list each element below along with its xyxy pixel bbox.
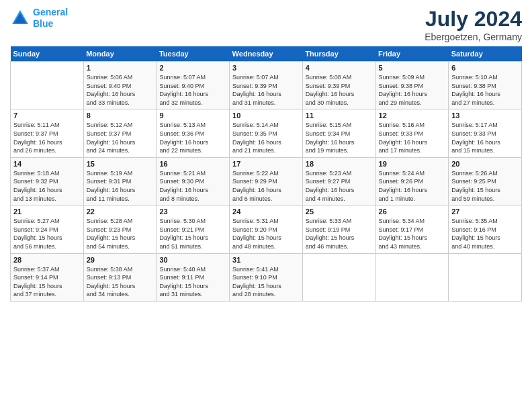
- day-info: Sunrise: 5:31 AMSunset: 9:20 PMDaylight:…: [232, 217, 300, 250]
- day-number: 7: [13, 111, 81, 120]
- day-info: Sunrise: 5:11 AMSunset: 9:37 PMDaylight:…: [13, 121, 81, 154]
- day-number: 9: [159, 111, 226, 120]
- day-header-thursday: Thursday: [302, 46, 375, 62]
- day-number: 13: [451, 111, 519, 120]
- day-info: Sunrise: 5:21 AMSunset: 9:30 PMDaylight:…: [159, 169, 226, 203]
- day-header-monday: Monday: [83, 46, 157, 62]
- day-number: 3: [232, 64, 300, 72]
- day-number: 25: [306, 208, 373, 216]
- days-header-row: SundayMondayTuesdayWednesdayThursdayFrid…: [11, 46, 522, 62]
- day-info: Sunrise: 5:14 AMSunset: 9:35 PMDaylight:…: [232, 121, 300, 154]
- calendar-cell: [449, 253, 522, 301]
- day-info: Sunrise: 5:22 AMSunset: 9:29 PMDaylight:…: [232, 169, 300, 203]
- header: General Blue July 2024 Ebergoetzen, Germ…: [10, 7, 522, 42]
- logo-text: General Blue: [33, 7, 68, 30]
- subtitle: Ebergoetzen, Germany: [425, 32, 522, 42]
- day-info: Sunrise: 5:35 AMSunset: 9:16 PMDaylight:…: [451, 217, 519, 250]
- day-header-tuesday: Tuesday: [157, 46, 230, 62]
- calendar-cell: 16Sunrise: 5:21 AMSunset: 9:30 PMDayligh…: [157, 157, 230, 205]
- day-info: Sunrise: 5:34 AMSunset: 9:17 PMDaylight:…: [379, 217, 446, 250]
- day-info: Sunrise: 5:06 AMSunset: 9:40 PMDaylight:…: [87, 73, 154, 107]
- calendar-cell: 25Sunrise: 5:33 AMSunset: 9:19 PMDayligh…: [302, 205, 375, 253]
- day-info: Sunrise: 5:10 AMSunset: 9:38 PMDaylight:…: [451, 73, 519, 107]
- logo-line2: Blue: [33, 18, 53, 29]
- page-container: General Blue July 2024 Ebergoetzen, Germ…: [0, 0, 532, 308]
- calendar-cell: 3Sunrise: 5:07 AMSunset: 9:39 PMDaylight…: [230, 62, 303, 109]
- day-number: 10: [232, 111, 300, 120]
- day-info: Sunrise: 5:08 AMSunset: 9:39 PMDaylight:…: [306, 73, 373, 107]
- day-info: Sunrise: 5:41 AMSunset: 9:10 PMDaylight:…: [232, 265, 300, 299]
- day-number: 18: [306, 160, 373, 168]
- calendar-cell: 27Sunrise: 5:35 AMSunset: 9:16 PMDayligh…: [449, 205, 522, 253]
- calendar-cell: 21Sunrise: 5:27 AMSunset: 9:24 PMDayligh…: [11, 205, 84, 253]
- day-number: 12: [379, 111, 446, 120]
- day-number: 16: [159, 160, 226, 168]
- week-row-2: 7Sunrise: 5:11 AMSunset: 9:37 PMDaylight…: [11, 109, 522, 157]
- calendar-cell: 4Sunrise: 5:08 AMSunset: 9:39 PMDaylight…: [302, 62, 375, 109]
- calendar-cell: 14Sunrise: 5:18 AMSunset: 9:32 PMDayligh…: [11, 157, 84, 205]
- calendar-cell: 28Sunrise: 5:37 AMSunset: 9:14 PMDayligh…: [11, 253, 84, 301]
- calendar-cell: 19Sunrise: 5:24 AMSunset: 9:26 PMDayligh…: [375, 157, 449, 205]
- day-info: Sunrise: 5:24 AMSunset: 9:26 PMDaylight:…: [379, 169, 446, 203]
- day-info: Sunrise: 5:27 AMSunset: 9:24 PMDaylight:…: [13, 217, 81, 250]
- day-info: Sunrise: 5:37 AMSunset: 9:14 PMDaylight:…: [13, 265, 81, 299]
- day-number: 4: [306, 64, 373, 72]
- day-info: Sunrise: 5:33 AMSunset: 9:19 PMDaylight:…: [306, 217, 373, 250]
- calendar-cell: 23Sunrise: 5:30 AMSunset: 9:21 PMDayligh…: [157, 205, 230, 253]
- day-info: Sunrise: 5:30 AMSunset: 9:21 PMDaylight:…: [159, 217, 226, 250]
- calendar-cell: 31Sunrise: 5:41 AMSunset: 9:10 PMDayligh…: [230, 253, 303, 301]
- day-number: 8: [87, 111, 154, 120]
- day-header-sunday: Sunday: [11, 46, 84, 62]
- calendar-cell: 30Sunrise: 5:40 AMSunset: 9:11 PMDayligh…: [157, 253, 230, 301]
- calendar-cell: 22Sunrise: 5:28 AMSunset: 9:23 PMDayligh…: [83, 205, 157, 253]
- week-row-1: 1Sunrise: 5:06 AMSunset: 9:40 PMDaylight…: [11, 62, 522, 109]
- day-info: Sunrise: 5:19 AMSunset: 9:31 PMDaylight:…: [87, 169, 154, 203]
- day-number: 6: [451, 64, 519, 72]
- calendar-cell: 11Sunrise: 5:15 AMSunset: 9:34 PMDayligh…: [302, 109, 375, 157]
- calendar-cell: 5Sunrise: 5:09 AMSunset: 9:38 PMDaylight…: [375, 62, 449, 109]
- day-number: 15: [87, 160, 154, 168]
- calendar-cell: [302, 253, 375, 301]
- day-number: 28: [13, 256, 81, 264]
- day-number: 11: [306, 111, 373, 120]
- title-block: July 2024 Ebergoetzen, Germany: [425, 7, 522, 42]
- day-number: 20: [451, 160, 519, 168]
- day-info: Sunrise: 5:23 AMSunset: 9:27 PMDaylight:…: [306, 169, 373, 203]
- calendar-cell: 6Sunrise: 5:10 AMSunset: 9:38 PMDaylight…: [449, 62, 522, 109]
- day-info: Sunrise: 5:15 AMSunset: 9:34 PMDaylight:…: [306, 121, 373, 154]
- day-number: 17: [232, 160, 300, 168]
- day-info: Sunrise: 5:13 AMSunset: 9:36 PMDaylight:…: [159, 121, 226, 154]
- calendar-cell: 17Sunrise: 5:22 AMSunset: 9:29 PMDayligh…: [230, 157, 303, 205]
- calendar-cell: 2Sunrise: 5:07 AMSunset: 9:40 PMDaylight…: [157, 62, 230, 109]
- day-number: 22: [87, 208, 154, 216]
- calendar-cell: 20Sunrise: 5:26 AMSunset: 9:25 PMDayligh…: [449, 157, 522, 205]
- day-info: Sunrise: 5:07 AMSunset: 9:40 PMDaylight:…: [159, 73, 226, 107]
- calendar-cell: 24Sunrise: 5:31 AMSunset: 9:20 PMDayligh…: [230, 205, 303, 253]
- day-info: Sunrise: 5:26 AMSunset: 9:25 PMDaylight:…: [451, 169, 519, 203]
- day-info: Sunrise: 5:07 AMSunset: 9:39 PMDaylight:…: [232, 73, 300, 107]
- day-number: 29: [87, 256, 154, 264]
- day-number: 19: [379, 160, 446, 168]
- calendar-cell: 1Sunrise: 5:06 AMSunset: 9:40 PMDaylight…: [83, 62, 157, 109]
- calendar-cell: [11, 62, 84, 109]
- calendar-cell: 15Sunrise: 5:19 AMSunset: 9:31 PMDayligh…: [83, 157, 157, 205]
- calendar-cell: 18Sunrise: 5:23 AMSunset: 9:27 PMDayligh…: [302, 157, 375, 205]
- logo: General Blue: [10, 7, 68, 30]
- day-header-saturday: Saturday: [449, 46, 522, 62]
- logo-icon: [10, 8, 30, 28]
- main-title: July 2024: [425, 7, 522, 32]
- calendar-cell: 8Sunrise: 5:12 AMSunset: 9:37 PMDaylight…: [83, 109, 157, 157]
- day-info: Sunrise: 5:16 AMSunset: 9:33 PMDaylight:…: [379, 121, 446, 154]
- calendar-cell: 12Sunrise: 5:16 AMSunset: 9:33 PMDayligh…: [375, 109, 449, 157]
- calendar-cell: 13Sunrise: 5:17 AMSunset: 9:33 PMDayligh…: [449, 109, 522, 157]
- day-info: Sunrise: 5:40 AMSunset: 9:11 PMDaylight:…: [159, 265, 226, 299]
- day-number: 31: [232, 256, 300, 264]
- day-header-friday: Friday: [375, 46, 449, 62]
- day-number: 30: [159, 256, 226, 264]
- day-info: Sunrise: 5:18 AMSunset: 9:32 PMDaylight:…: [13, 169, 81, 203]
- day-number: 2: [159, 64, 226, 72]
- day-info: Sunrise: 5:09 AMSunset: 9:38 PMDaylight:…: [379, 73, 446, 107]
- day-number: 14: [13, 160, 81, 168]
- calendar-cell: [375, 253, 449, 301]
- calendar-cell: 10Sunrise: 5:14 AMSunset: 9:35 PMDayligh…: [230, 109, 303, 157]
